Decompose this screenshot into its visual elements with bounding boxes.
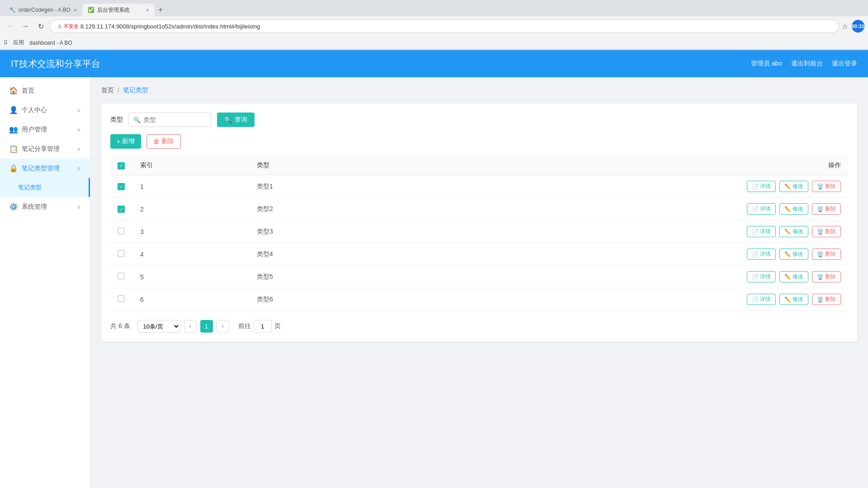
browser-tab-2[interactable]: ✅ 后台管理系统 ✕: [82, 4, 155, 16]
tab1-close[interactable]: ✕: [73, 8, 77, 13]
edit-button[interactable]: ✏️ 修改: [779, 294, 808, 305]
detail-button[interactable]: 📄 详情: [747, 271, 776, 282]
address-bar[interactable]: ⚠ 不安全 8.129.11.174:9008/springboot1o52x/…: [50, 19, 839, 33]
row-checkbox-3[interactable]: [118, 250, 125, 257]
new-tab-button[interactable]: +: [155, 5, 167, 15]
edit-button[interactable]: ✏️ 修改: [779, 226, 808, 237]
sidebar-item-user-mgmt[interactable]: 👥 用户管理 ∨: [0, 120, 90, 139]
sidebar-item-home[interactable]: 🏠 首页: [0, 81, 90, 100]
tab2-icon: ✅: [88, 7, 94, 13]
goto-label: 前往: [238, 322, 251, 330]
btn-front[interactable]: 退出到前台: [791, 60, 823, 68]
col-actions: 操作: [382, 156, 848, 175]
edit-button[interactable]: ✏️ 修改: [779, 181, 808, 192]
row-index: 1: [133, 175, 250, 198]
select-all-checkbox[interactable]: ✓: [118, 162, 125, 169]
detail-icon: 📄: [752, 229, 759, 235]
detail-button[interactable]: 📄 详情: [747, 249, 776, 260]
browser-tab-1[interactable]: 🔧 orderCodegen - A BO ✕: [4, 4, 82, 16]
detail-button[interactable]: 📄 详情: [747, 226, 776, 237]
add-button[interactable]: + 新增: [110, 134, 141, 149]
pagination-total: 共 6 条: [110, 322, 130, 330]
row-delete-button[interactable]: 🗑️ 删除: [812, 294, 841, 305]
sys-mgmt-icon: ⚙️: [9, 202, 18, 211]
edit-icon: ✏️: [784, 274, 791, 280]
row-type: 类型5: [250, 266, 382, 288]
query-label: 查询: [235, 116, 247, 124]
bookmark-apps[interactable]: 应用: [13, 39, 24, 47]
note-type-arrow: ∧: [77, 165, 81, 172]
prev-page-button[interactable]: ‹: [184, 320, 197, 333]
tab2-label: 后台管理系统: [97, 6, 130, 14]
next-page-button[interactable]: ›: [217, 320, 229, 333]
row-actions: 📄 详情 ✏️ 修改 🗑️ 删除: [382, 198, 848, 221]
search-input-wrap: 🔍: [128, 113, 212, 127]
row-index: 3: [133, 221, 250, 243]
reload-button[interactable]: ↻: [34, 20, 47, 33]
forward-button[interactable]: →: [19, 20, 32, 33]
row-delete-button[interactable]: 🗑️ 删除: [812, 226, 841, 237]
delete-icon: 🗑: [153, 138, 160, 145]
detail-button[interactable]: 📄 详情: [747, 294, 776, 305]
query-icon: 🔍: [224, 116, 232, 123]
edit-icon: ✏️: [784, 183, 791, 190]
query-button[interactable]: 🔍 查询: [217, 113, 255, 127]
table-row: 4类型4 📄 详情 ✏️ 修改 🗑️ 删除: [110, 243, 848, 266]
user-mgmt-arrow: ∨: [77, 127, 81, 133]
row-checkbox-2[interactable]: [118, 227, 125, 235]
star-icon[interactable]: ☆: [842, 22, 848, 31]
edit-icon: ✏️: [784, 251, 791, 258]
row-checkbox-4[interactable]: [118, 272, 125, 280]
sidebar-item-note-share[interactable]: 📋 笔记分享管理 ∨: [0, 139, 90, 159]
detail-icon: 📄: [752, 183, 759, 190]
row-actions: 📄 详情 ✏️ 修改 🗑️ 删除: [382, 266, 848, 288]
detail-button[interactable]: 📄 详情: [747, 203, 776, 215]
sidebar: 🏠 首页 👤 个人中心 ∨ 👥 用户管理 ∨ 📋 笔记分享管理 ∨ 🔒 笔记类型…: [0, 77, 90, 488]
sidebar-item-note-type-list[interactable]: 笔记类型: [0, 178, 90, 197]
sidebar-item-note-type[interactable]: 🔒 笔记类型管理 ∧: [0, 159, 90, 178]
row-index: 2: [133, 198, 250, 221]
row-delete-icon: 🗑️: [817, 251, 824, 258]
bulk-delete-button[interactable]: 🗑 删除: [146, 134, 181, 149]
breadcrumb: 首页 / 笔记类型: [101, 86, 857, 94]
row-checkbox-0[interactable]: ✓: [118, 183, 125, 190]
row-delete-button[interactable]: 🗑️ 删除: [812, 181, 841, 192]
row-checkbox-5[interactable]: [118, 295, 125, 302]
page-size-select[interactable]: 10条/页 20条/页 50条/页: [137, 320, 180, 333]
tab2-close[interactable]: ✕: [146, 8, 149, 13]
sidebar-label-user-mgmt: 用户管理: [22, 126, 47, 134]
edit-button[interactable]: ✏️ 修改: [779, 249, 808, 260]
row-delete-button[interactable]: 🗑️ 删除: [812, 203, 841, 215]
address-text: 8.129.11.174:9008/springboot1o52x/admin/…: [80, 23, 260, 30]
back-button[interactable]: ←: [4, 20, 16, 33]
row-delete-button[interactable]: 🗑️ 删除: [812, 271, 841, 282]
row-checkbox-1[interactable]: ✓: [118, 206, 125, 213]
sidebar-item-sys-mgmt[interactable]: ⚙️ 系统管理 ∨: [0, 197, 90, 216]
content-card: 类型 🔍 🔍 查询 + 新增 🗑 删除: [101, 103, 857, 342]
security-icon: ⚠: [57, 23, 62, 29]
goto-input[interactable]: [254, 320, 272, 333]
btn-logout[interactable]: 退出登录: [832, 60, 857, 68]
row-index: 6: [133, 288, 250, 311]
current-page: 1: [200, 320, 213, 333]
header-user: 管理员 abo: [751, 60, 782, 68]
table-row: ✓2类型2 📄 详情 ✏️ 修改 🗑️ 删除: [110, 198, 848, 221]
edit-button[interactable]: ✏️ 修改: [779, 203, 808, 215]
home-icon: 🏠: [9, 86, 18, 95]
personal-arrow: ∨: [77, 107, 81, 113]
detail-icon: 📄: [752, 206, 759, 212]
sidebar-item-personal[interactable]: 👤 个人中心 ∨: [0, 100, 90, 120]
detail-icon: 📄: [752, 296, 759, 303]
row-type: 类型1: [250, 175, 382, 198]
row-delete-button[interactable]: 🗑️ 删除: [812, 249, 841, 260]
search-label: 类型: [110, 116, 123, 124]
edit-button[interactable]: ✏️ 修改: [779, 271, 808, 282]
search-input[interactable]: [143, 116, 207, 123]
detail-button[interactable]: 📄 详情: [747, 181, 776, 192]
breadcrumb-home[interactable]: 首页: [101, 86, 114, 94]
bookmark-dashboard[interactable]: dashboard - A BO: [29, 40, 72, 46]
pagination: 共 6 条 10条/页 20条/页 50条/页 ‹ 1 › 前往 页: [110, 320, 848, 333]
col-type: 类型: [250, 156, 382, 175]
sys-mgmt-arrow: ∨: [77, 204, 81, 210]
row-type: 类型4: [250, 243, 382, 266]
